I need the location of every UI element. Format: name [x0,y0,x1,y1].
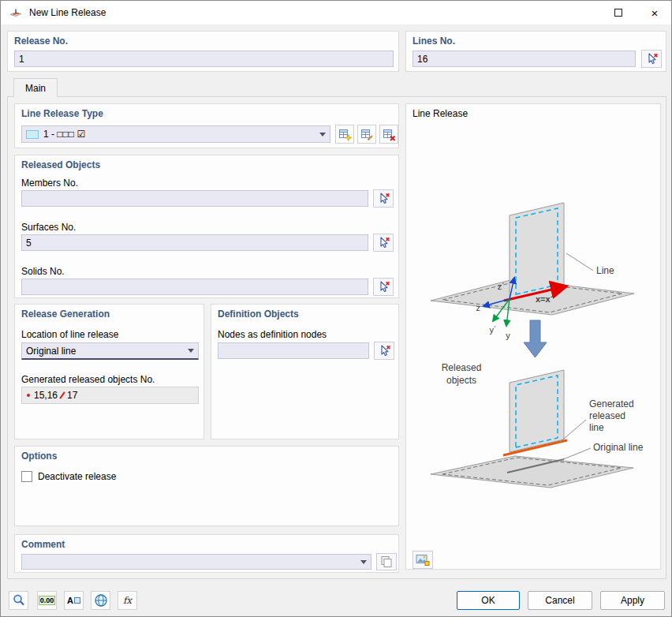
nodes-input[interactable] [218,342,369,359]
location-label: Location of line release [21,329,118,340]
cancel-button[interactable]: Cancel [528,591,592,610]
options-title: Options [21,451,57,462]
release-no-input[interactable] [14,50,394,67]
delete-type-button[interactable] [379,125,398,144]
edit-type-button[interactable] [357,125,376,144]
magnifier-button[interactable] [9,591,28,610]
new-type-button[interactable] [335,125,354,144]
comment-copy-button[interactable] [376,553,397,570]
members-no-input[interactable] [21,190,368,207]
location-select[interactable]: Original line [21,342,199,360]
magnifier-icon [12,593,26,608]
original-plate-bottom [431,456,633,488]
surfaces-no-input[interactable] [21,234,368,251]
units-button[interactable]: 0.00 [37,591,57,610]
definition-objects-group: Definition Objects Nodes as definition n… [211,304,399,439]
deactivate-release-checkbox[interactable] [21,471,32,482]
generated-objects-first: 15,16 [34,390,58,401]
generated-objects-label: Generated released objects No. [21,374,155,385]
released-objects-label-1: Released [442,362,482,373]
pick-icon [377,280,390,294]
generated-label-3: line [589,422,604,433]
tab-main-label: Main [25,83,46,94]
release-generation-title: Release Generation [21,308,110,320]
deactivate-release-label: Deactivate release [38,471,116,482]
original-line-label: Original line [593,442,644,453]
maximize-button[interactable] [600,1,637,24]
close-button[interactable]: × [637,1,672,24]
definition-objects-title: Definition Objects [218,308,299,320]
display-box-icon [74,597,80,604]
lines-no-input[interactable] [413,50,636,67]
release-generation-group: Release Generation Location of line rele… [14,304,204,439]
generated-objects-field: 15,16 17 [21,387,199,404]
options-group: Options Deactivate release [14,446,399,526]
main-tab-panel: Line Release Type 1 - □□□ ☑ [7,96,666,579]
preview-title: Line Release [413,108,468,119]
line-pointer [566,253,593,271]
flow-arrow [524,320,547,357]
release-no-group: Release No. [7,31,399,72]
lines-no-group: Lines No. [405,31,666,72]
line-release-preview-group: Line Release z´ z y´ [405,103,661,570]
tab-main[interactable]: Main [13,78,58,97]
line-release-type-title: Line Release Type [21,108,103,119]
release-no-title: Release No. [14,36,68,47]
solids-no-input[interactable] [21,279,368,295]
apply-button[interactable]: Apply [600,591,665,610]
generated-label-1: Generated [589,398,634,409]
generated-objects-second: 17 [67,390,77,401]
ok-label: OK [481,595,495,606]
comment-title: Comment [21,539,65,550]
graphic-settings-button[interactable] [413,551,433,569]
type-selected-value: 1 - □□□ ☑ [43,129,85,140]
nodes-label: Nodes as definition nodes [218,329,327,340]
nodes-pick-button[interactable] [374,342,394,360]
ok-button[interactable]: OK [457,591,520,610]
titlebar: New Line Release × [1,1,671,24]
comment-group: Comment [14,534,399,573]
solids-no-label: Solids No. [21,266,65,277]
line-release-type-group: Line Release Type 1 - □□□ ☑ [14,103,399,148]
apply-label: Apply [621,595,644,606]
vertical-surface-bottom [510,370,564,452]
original-line-pointer [558,448,591,462]
display-letter-icon: A [67,596,73,605]
app-icon [9,6,22,19]
lines-no-pick-button[interactable] [641,50,662,68]
z-label: z [476,303,481,312]
released-objects-title: Released Objects [21,159,100,170]
comment-select[interactable] [21,554,371,570]
chevron-down-icon [188,349,194,353]
surfaces-no-label: Surfaces No. [21,222,76,233]
line-release-type-select[interactable]: 1 - □□□ ☑ [21,125,330,143]
y-prime-label: y´ [489,325,496,335]
line-label: Line [596,265,614,276]
line-release-diagram: z´ z y´ y x=x´ Line Released objects [411,122,657,549]
solids-no-pick-button[interactable] [373,278,394,296]
cancel-label: Cancel [545,595,574,606]
pick-icon [645,52,659,65]
chevron-down-icon [319,133,326,136]
units-icon: 0.00 [39,596,56,605]
type-color-swatch [26,130,39,139]
language-button[interactable] [91,591,110,610]
formula-button[interactable]: fx [118,591,137,610]
members-no-pick-button[interactable] [373,189,394,208]
members-no-label: Members No. [21,178,78,189]
y-label: y [506,331,510,340]
lines-no-title: Lines No. [413,36,455,47]
delete-type-icon [383,128,396,141]
pick-icon [377,236,390,249]
display-options-button[interactable]: A [64,591,84,610]
x-axis-label: x=x´ [536,294,554,304]
surfaces-no-pick-button[interactable] [373,234,394,252]
location-value: Original line [26,346,76,357]
released-objects-group: Released Objects Members No. Surfaces No… [14,155,399,298]
red-pencil-icon [59,391,65,398]
close-icon: × [651,6,659,20]
chevron-down-icon [360,560,367,564]
pick-icon [378,344,391,357]
new-line-release-dialog: New Line Release × Release No. Lines No.… [0,0,672,617]
pick-icon [377,192,390,205]
